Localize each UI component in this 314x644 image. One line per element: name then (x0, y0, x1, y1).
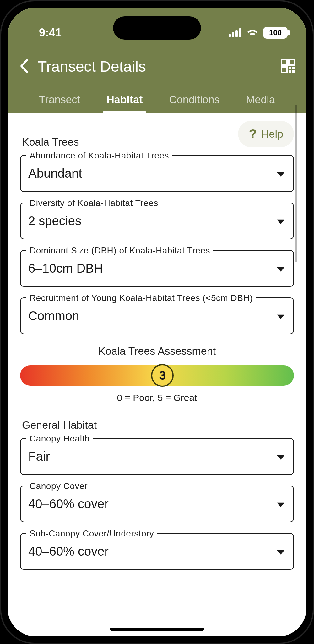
help-button[interactable]: ? Help (238, 121, 294, 147)
svg-rect-0 (229, 34, 231, 37)
wifi-icon (246, 28, 259, 37)
device-notch (113, 16, 201, 40)
svg-rect-6 (281, 67, 287, 73)
help-label: Help (261, 128, 283, 140)
cellular-signal-icon (229, 28, 242, 37)
assessment-value: 3 (159, 369, 166, 382)
svg-rect-9 (289, 70, 291, 73)
field-abundance[interactable]: Abundance of Koala-Habitat Trees Abundan… (20, 155, 294, 192)
qr-code-icon (281, 59, 295, 73)
field-dominant-size[interactable]: Dominant Size (DBH) of Koala-Habitat Tre… (20, 250, 294, 287)
field-recruitment[interactable]: Recruitment of Young Koala-Habitat Trees… (20, 297, 294, 334)
status-right: 100 (229, 27, 288, 39)
svg-rect-2 (236, 30, 238, 37)
scroll-indicator[interactable] (295, 105, 297, 262)
home-indicator[interactable] (110, 628, 204, 631)
assessment-marker: 3 (151, 364, 174, 387)
device-frame: 9:41 100 Transect Details Transect Habit… (0, 0, 314, 644)
battery-level: 100 (269, 28, 282, 37)
chevron-left-icon (19, 59, 28, 73)
field-diversity[interactable]: Diversity of Koala-Habitat Trees 2 speci… (20, 203, 294, 239)
field-value: 40–60% cover (21, 534, 293, 569)
section-title-general-habitat: General Habitat (22, 419, 294, 431)
field-value: 2 species (21, 203, 293, 239)
status-time: 9:41 (39, 26, 62, 39)
qr-code-button[interactable] (281, 59, 295, 74)
tab-bar: Transect Habitat Conditions Media (19, 88, 295, 113)
assessment-title: Koala Trees Assessment (20, 345, 294, 357)
question-mark-icon: ? (249, 126, 257, 142)
field-value: Common (21, 298, 293, 334)
field-value: 6–10cm DBH (21, 251, 293, 286)
battery-indicator: 100 (263, 27, 288, 39)
svg-rect-7 (289, 67, 291, 69)
page-title: Transect Details (38, 58, 272, 75)
field-value: Fair (21, 439, 293, 474)
svg-rect-5 (289, 59, 295, 65)
field-value: 40–60% cover (21, 486, 293, 522)
screen: 9:41 100 Transect Details Transect Habit… (8, 8, 306, 636)
svg-rect-1 (232, 32, 234, 37)
tab-media[interactable]: Media (243, 88, 278, 113)
field-sub-canopy-cover[interactable]: Sub-Canopy Cover/Understory 40–60% cover (20, 533, 294, 570)
main-content[interactable]: ? Help Koala Trees Abundance of Koala-Ha… (8, 113, 306, 636)
field-canopy-health[interactable]: Canopy Health Fair (20, 438, 294, 475)
svg-rect-8 (292, 70, 295, 73)
tab-transect[interactable]: Transect (36, 88, 83, 113)
field-canopy-cover[interactable]: Canopy Cover 40–60% cover (20, 486, 294, 522)
field-value: Abundant (21, 156, 293, 191)
tab-habitat[interactable]: Habitat (103, 88, 146, 113)
svg-rect-4 (281, 59, 287, 65)
svg-rect-3 (239, 28, 241, 37)
svg-rect-10 (292, 67, 295, 69)
app-header: Transect Details Transect Habitat Condit… (8, 48, 306, 113)
back-button[interactable] (19, 59, 28, 75)
assessment-legend: 0 = Poor, 5 = Great (20, 392, 294, 403)
assessment-gradient-bar: 3 (20, 365, 294, 386)
tab-conditions[interactable]: Conditions (166, 88, 223, 113)
